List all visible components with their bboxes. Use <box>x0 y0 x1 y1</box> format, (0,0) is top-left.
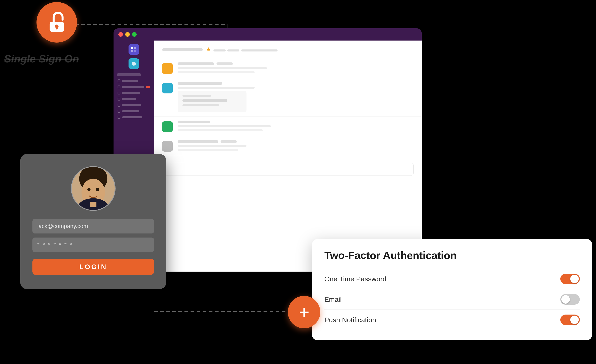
row-content <box>178 82 414 112</box>
content-list <box>154 56 422 158</box>
sidebar-section-header <box>117 73 141 76</box>
toggle-push[interactable] <box>560 315 580 325</box>
toggle-otp[interactable] <box>560 274 580 284</box>
lock-open-icon <box>46 11 68 33</box>
sidebar-item-text <box>122 104 141 106</box>
main-content: ★ <box>154 41 422 272</box>
row-subtitle <box>178 67 267 69</box>
plus-button[interactable]: + <box>288 296 320 328</box>
login-card: LOGIN <box>20 154 166 289</box>
svg-rect-8 <box>134 47 136 49</box>
email-field[interactable] <box>32 219 154 233</box>
sidebar-checkbox[interactable] <box>118 86 120 88</box>
row-subtitle <box>178 145 246 147</box>
list-item[interactable] <box>117 115 151 120</box>
avatar-image <box>72 167 115 210</box>
tfa-label-otp: One Time Password <box>324 275 386 283</box>
tfa-label-email: Email <box>324 296 342 303</box>
sidebar-checkbox[interactable] <box>118 110 120 113</box>
row-title <box>178 62 214 65</box>
list-item <box>154 78 422 117</box>
list-item[interactable] <box>117 97 151 102</box>
sidebar-checkbox[interactable] <box>118 104 120 107</box>
row-desc <box>178 71 255 73</box>
list-item[interactable] <box>117 84 151 89</box>
sidebar-item-text <box>122 86 144 88</box>
sidebar-icon-active[interactable] <box>128 44 139 55</box>
row-subtitle <box>178 125 271 127</box>
card-line <box>182 95 211 97</box>
content-header: ★ <box>154 41 422 56</box>
login-button[interactable]: LOGIN <box>32 259 154 275</box>
list-item <box>154 58 422 78</box>
row-title-secondary <box>216 62 233 65</box>
toggle-knob-push <box>570 316 579 324</box>
svg-rect-9 <box>131 50 133 52</box>
list-row-icon <box>162 63 173 74</box>
tfa-card: Two-Factor Authentication One Time Passw… <box>312 239 592 340</box>
list-item <box>154 117 422 136</box>
row-title-secondary <box>221 140 237 143</box>
traffic-light-red[interactable] <box>118 32 123 37</box>
list-item[interactable] <box>117 90 151 96</box>
toggle-email[interactable] <box>560 294 580 305</box>
sidebar-item-text <box>122 110 139 112</box>
sidebar-badge <box>146 86 150 88</box>
content-title-bar <box>162 48 203 51</box>
toggle-knob-email <box>561 295 570 304</box>
row-desc <box>178 129 263 131</box>
list-row-icon <box>162 121 173 132</box>
card-line <box>182 104 219 106</box>
list-item[interactable] <box>117 78 151 83</box>
lock-circle <box>37 2 77 43</box>
sidebar-item-text <box>122 92 140 94</box>
window-titlebar <box>113 28 422 41</box>
svg-point-15 <box>87 188 90 191</box>
traffic-light-green[interactable] <box>132 32 137 37</box>
tfa-row-push: Push Notification <box>324 310 580 330</box>
sidebar-icon-secondary[interactable] <box>128 58 139 69</box>
toggle-knob-otp <box>570 275 579 283</box>
list-row-icon <box>162 83 173 93</box>
sidebar-checkbox[interactable] <box>118 116 120 119</box>
row-content <box>178 121 414 131</box>
sidebar-item-text <box>122 116 142 118</box>
svg-rect-10 <box>134 50 136 52</box>
list-item[interactable] <box>117 109 151 114</box>
sidebar-checkbox[interactable] <box>118 92 120 94</box>
list-row-icon <box>162 141 173 152</box>
sidebar-checkbox[interactable] <box>118 79 120 82</box>
card-block <box>178 91 246 112</box>
row-content <box>178 140 414 151</box>
row-subtitle <box>178 87 255 89</box>
breadcrumb-item <box>241 49 277 52</box>
breadcrumb-item <box>227 49 239 52</box>
sidebar-item-text <box>122 98 136 100</box>
tfa-row-otp: One Time Password <box>324 269 580 289</box>
password-field[interactable] <box>32 238 154 252</box>
tfa-title: Two-Factor Authentication <box>324 249 580 261</box>
svg-point-16 <box>96 188 99 191</box>
tfa-label-push: Push Notification <box>324 316 376 324</box>
star-icon: ★ <box>206 46 211 53</box>
sidebar-checkbox[interactable] <box>118 98 120 101</box>
lock-icon-container <box>37 2 77 43</box>
list-item[interactable] <box>117 103 151 108</box>
svg-rect-6 <box>56 27 58 30</box>
svg-point-11 <box>132 62 136 66</box>
row-title <box>178 82 222 85</box>
card-line-wide <box>182 99 227 102</box>
sso-label: Single Sign On <box>4 53 79 65</box>
tfa-row-email: Email <box>324 289 580 310</box>
row-content <box>178 62 414 73</box>
content-input-bar[interactable] <box>162 163 414 176</box>
breadcrumb-bar <box>214 49 277 52</box>
sidebar-item-text <box>122 80 138 82</box>
traffic-light-yellow[interactable] <box>125 32 130 37</box>
row-desc <box>178 149 238 151</box>
plus-icon: + <box>299 302 310 323</box>
breadcrumb-item <box>214 49 226 52</box>
row-title <box>178 140 218 143</box>
list-item <box>154 136 422 156</box>
scene: Single Sign On <box>0 0 596 364</box>
